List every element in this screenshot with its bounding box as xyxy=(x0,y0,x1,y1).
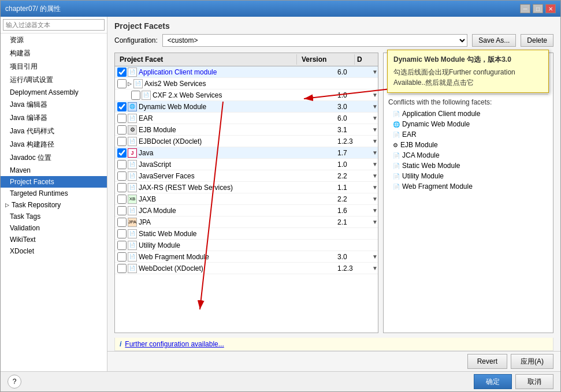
facet-checkbox-jca[interactable] xyxy=(117,206,127,215)
sidebar-item-validation[interactable]: Validation xyxy=(1,222,107,234)
facet-name-ejb: EJB Module xyxy=(139,126,337,134)
facet-version-dropdown-ear[interactable]: ▼ xyxy=(372,115,378,121)
sidebar-item-wikitext[interactable]: WikiText xyxy=(1,234,107,245)
conflict-icon-8: 📄 xyxy=(393,184,400,190)
facet-checkbox-static-web[interactable] xyxy=(117,229,127,238)
facet-version-dropdown-java[interactable]: ▼ xyxy=(372,150,378,156)
ok-button[interactable]: 确定 xyxy=(474,374,512,389)
facet-checkbox-jpa[interactable] xyxy=(117,218,127,227)
search-input[interactable] xyxy=(3,19,105,31)
facet-version-dropdown-ejbdoclet[interactable]: ▼ xyxy=(372,138,378,144)
sidebar-item-builders[interactable]: 构建器 xyxy=(1,47,107,60)
cancel-button[interactable]: 取消 xyxy=(515,374,553,389)
nav-list: 资源 构建器 项目引用 运行/调试设置 Deployment Assembly … xyxy=(1,33,107,371)
configuration-select[interactable]: <custom> xyxy=(162,34,468,47)
sidebar-item-deployment-assembly[interactable]: Deployment Assembly xyxy=(1,87,107,98)
tooltip-title: Dynamic Web Module 勾选，版本3.0 xyxy=(393,55,543,65)
group-arrow-icon: ▷ xyxy=(128,81,132,87)
table-row: JPA JPA 2.1 ▼ xyxy=(115,216,378,228)
page-icon: 📄 xyxy=(128,229,137,238)
apply-button[interactable]: 应用(A) xyxy=(511,354,553,369)
facet-version-ejb: 3.1 xyxy=(337,126,372,134)
sidebar-item-javadoc[interactable]: Javadoc 位置 xyxy=(1,151,107,165)
sidebar-item-java-build-path[interactable]: Java 构建路径 xyxy=(1,138,107,151)
sidebar-item-java-editor[interactable]: Java 编辑器 xyxy=(1,98,107,111)
conflict-item-4: ⚙ EJB Module xyxy=(388,140,548,150)
facet-checkbox-webdoclet[interactable] xyxy=(117,264,127,273)
sidebar-item-java-compiler[interactable]: Java 编译器 xyxy=(1,111,107,125)
sidebar-item-run-debug[interactable]: 运行/调试设置 xyxy=(1,73,107,87)
sidebar-item-task-repository[interactable]: ▷Task Repository xyxy=(1,199,107,211)
sidebar-item-project-facets[interactable]: Project Facets xyxy=(1,176,107,188)
sidebar-item-resources[interactable]: 资源 xyxy=(1,33,107,47)
facet-checkbox-ear[interactable] xyxy=(117,114,127,123)
facet-checkbox-ejbdoclet[interactable] xyxy=(117,137,127,146)
facet-version-jsf: 2.2 xyxy=(337,172,372,180)
divider xyxy=(388,94,548,95)
facet-checkbox-jsf[interactable] xyxy=(117,171,127,181)
sidebar-item-project-refs[interactable]: 项目引用 xyxy=(1,60,107,73)
facet-version-dropdown-js[interactable]: ▼ xyxy=(372,161,378,167)
search-box xyxy=(1,17,107,33)
footer: ? 确定 取消 xyxy=(1,371,560,391)
page-icon: 📄 xyxy=(128,171,137,181)
facet-version-dropdown-web-fragment[interactable]: ▼ xyxy=(372,253,378,260)
sidebar-item-java-code-style[interactable]: Java 代码样式 xyxy=(1,125,107,138)
facet-name-jca: JCA Module xyxy=(139,207,337,215)
web-icon: 🌐 xyxy=(128,102,137,111)
col-header-facet: Project Facet xyxy=(115,54,297,65)
facet-version-dropdown-jca[interactable]: ▼ xyxy=(372,207,378,214)
facet-checkbox-cxf[interactable] xyxy=(131,91,140,100)
conflict-item-2: 🌐 Dynamic Web Module xyxy=(388,119,548,129)
facet-version-dropdown-dynamic-web[interactable]: ▼ xyxy=(372,103,378,110)
facet-checkbox-axis2[interactable] xyxy=(117,79,127,88)
table-row: 📄 Web Fragment Module 3.0 ▼ xyxy=(115,251,378,263)
facet-name-app-client[interactable]: Application Client module xyxy=(139,68,337,76)
close-button[interactable]: ✕ xyxy=(545,4,556,13)
help-button[interactable]: ? xyxy=(8,375,21,389)
further-config-link[interactable]: Further configuration available... xyxy=(125,340,224,348)
facet-version-dropdown-app-client[interactable]: ▼ xyxy=(372,69,378,75)
facet-name-jsf: JavaServer Faces xyxy=(139,172,337,180)
sidebar-item-targeted-runtimes[interactable]: Targeted Runtimes xyxy=(1,188,107,199)
facet-version-dropdown-webdoclet[interactable]: ▼ xyxy=(372,265,378,271)
facet-checkbox-js[interactable] xyxy=(117,160,127,169)
maximize-button[interactable]: □ xyxy=(533,4,543,13)
delete-button[interactable]: Delete xyxy=(521,34,553,47)
table-row: 📄 Utility Module xyxy=(115,240,378,251)
footer-buttons: 确定 取消 xyxy=(474,374,553,389)
task-repo-arrow: ▷ xyxy=(5,202,9,208)
facet-version-dropdown-jpa[interactable]: ▼ xyxy=(372,219,378,225)
facet-version-ejbdoclet: 1.2.3 xyxy=(337,137,372,145)
facet-checkbox-web-fragment[interactable] xyxy=(117,252,127,262)
facet-checkbox-dynamic-web[interactable] xyxy=(117,102,127,111)
facet-checkbox-jaxb[interactable] xyxy=(117,195,127,204)
sidebar-item-task-tags[interactable]: Task Tags xyxy=(1,211,107,222)
conflict-icon-6: 📄 xyxy=(393,163,400,169)
facet-version-dropdown-jaxb[interactable]: ▼ xyxy=(372,196,378,202)
conflict-icon-5: 📄 xyxy=(393,152,400,159)
facet-checkbox-app-client[interactable] xyxy=(117,68,127,77)
facet-version-dropdown-jaxrs[interactable]: ▼ xyxy=(372,184,378,191)
table-row: 📄 Application Client module 6.0 ▼ xyxy=(115,66,378,78)
revert-button[interactable]: Revert xyxy=(467,354,507,369)
facet-version-js: 1.0 xyxy=(337,160,372,169)
facet-checkbox-jaxrs[interactable] xyxy=(117,183,127,192)
facet-checkbox-java[interactable] xyxy=(117,148,127,158)
save-as-button[interactable]: Save As... xyxy=(472,34,516,47)
facet-name-jaxb: JAXB xyxy=(139,195,337,203)
facet-checkbox-ejb[interactable] xyxy=(117,125,127,135)
page-icon: 📄 xyxy=(128,114,137,123)
facets-table: Project Facet Version D 📄 Application Cl… xyxy=(114,53,378,333)
facet-version-dropdown-jsf[interactable]: ▼ xyxy=(372,173,378,179)
facet-checkbox-utility[interactable] xyxy=(117,241,127,250)
info-icon: i xyxy=(120,340,121,348)
facet-version-dropdown-cxf[interactable]: ▼ xyxy=(372,92,378,98)
minimize-button[interactable]: ─ xyxy=(520,4,530,13)
facet-version-dropdown-ejb[interactable]: ▼ xyxy=(372,126,378,133)
sidebar-item-xdoclet[interactable]: XDoclet xyxy=(1,245,107,257)
page-icon: 📄 xyxy=(133,79,143,88)
page-icon: 📄 xyxy=(128,206,137,215)
sidebar-item-maven[interactable]: Maven xyxy=(1,165,107,176)
facet-name-dynamic-web: Dynamic Web Module xyxy=(139,103,337,111)
